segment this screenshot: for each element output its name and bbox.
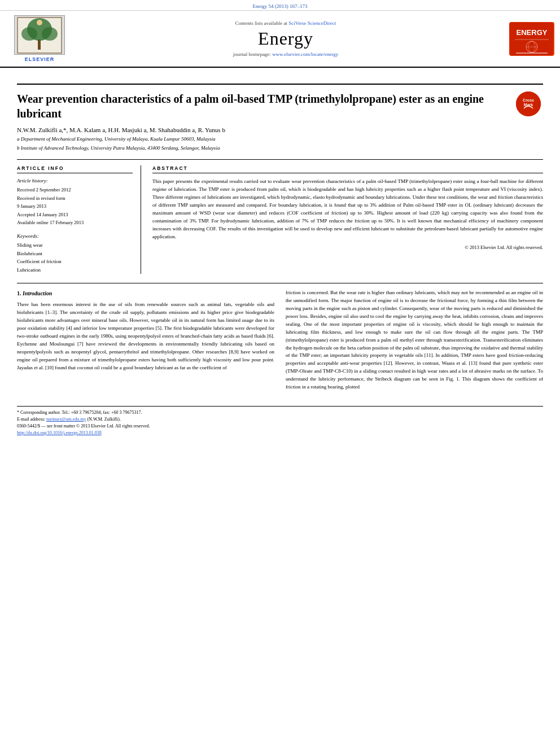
- intro-left-col: 1. Introduction There has been enormous …: [17, 289, 274, 395]
- journal-center-info: Contents lists available at SciVerse Sci…: [73, 20, 498, 57]
- intro-left-para: There has been enormous interest in the …: [17, 301, 274, 372]
- article-title-section: Wear prevention characteristics of a pal…: [17, 84, 543, 121]
- keyword-4: Lubrication: [17, 266, 133, 274]
- article-title: Wear prevention characteristics of a pal…: [17, 91, 509, 121]
- svg-point-5: [37, 20, 42, 25]
- footer: * Corresponding author. Tel.: +60 3 7967…: [17, 406, 543, 435]
- issn-line: 0360-5442/$ — see front matter © 2013 El…: [17, 423, 543, 429]
- doi-line: http://dx.doi.org/10.1016/j.energy.2013.…: [17, 430, 543, 435]
- abstract-label: ABSTRACT: [152, 165, 543, 173]
- body-content: 1. Introduction There has been enormous …: [17, 283, 543, 395]
- history-label: Article history:: [17, 178, 133, 184]
- svg-text:ENERGY: ENERGY: [517, 28, 548, 37]
- keyword-1: Sliding wear: [17, 241, 133, 249]
- intro-heading: 1. Introduction: [17, 289, 274, 298]
- corresponding-author: * Corresponding author. Tel.: +60 3 7967…: [17, 410, 543, 415]
- journal-name: Energy: [73, 28, 498, 49]
- energy-logo-area: ENERGY: [498, 22, 554, 56]
- elsevier-logo-area: ELSEVIER: [6, 15, 73, 62]
- doi-link[interactable]: http://dx.doi.org/10.1016/j.energy.2013.…: [17, 430, 102, 435]
- keywords-block: Keywords: Sliding wear Biolubricant Coef…: [17, 233, 133, 274]
- affiliation-b: b Institute of Advanced Technology, Univ…: [17, 145, 543, 152]
- journal-homepage: journal homepage: www.elsevier.com/locat…: [73, 51, 498, 57]
- email-line: E-mail address: nurinurz@um.edu.my (N.W.…: [17, 417, 543, 422]
- article-info-column: ARTICLE INFO Article history: Received 2…: [17, 165, 141, 274]
- elsevier-label: ELSEVIER: [25, 56, 55, 62]
- affiliation-a: a Department of Mechanical Engineering, …: [17, 136, 543, 143]
- available-online: Available online 17 February 2013: [17, 219, 133, 226]
- abstract-text: This paper presents the experimental res…: [152, 178, 543, 241]
- sciverse-line: Contents lists available at SciVerse Sci…: [73, 20, 498, 26]
- received-revised-date: 9 January 2013: [17, 202, 133, 210]
- homepage-link[interactable]: www.elsevier.com/locate/energy: [272, 51, 338, 57]
- crossmark-badge: Cross Mark: [516, 91, 543, 119]
- keyword-2: Biolubricant: [17, 250, 133, 257]
- svg-point-3: [21, 27, 37, 41]
- energy-logo: ENERGY: [509, 22, 554, 56]
- accepted: Accepted 14 January 2013: [17, 211, 133, 219]
- article-title-area: Wear prevention characteristics of a pal…: [17, 91, 509, 121]
- svg-rect-7: [510, 23, 553, 55]
- keywords-label: Keywords:: [17, 233, 133, 239]
- abstract-column: ABSTRACT This paper presents the experim…: [152, 165, 543, 274]
- intro-right-col: friction is concerned. But the wear rate…: [286, 289, 543, 395]
- article-history: Article history: Received 2 September 20…: [17, 178, 133, 226]
- email-link[interactable]: nurinurz@um.edu.my: [46, 417, 86, 422]
- svg-text:Cross: Cross: [523, 98, 534, 102]
- intro-two-col: 1. Introduction There has been enormous …: [17, 289, 543, 395]
- received-revised: Received in revised form: [17, 194, 133, 202]
- keyword-3: Coefficient of friction: [17, 257, 133, 265]
- intro-right-para: friction is concerned. But the wear rate…: [286, 289, 543, 391]
- article-info-label: ARTICLE INFO: [17, 165, 133, 173]
- article-info-abstract-section: ARTICLE INFO Article history: Received 2…: [17, 159, 543, 274]
- copyright: © 2013 Elsevier Ltd. All rights reserved…: [152, 244, 543, 250]
- crossmark-icon: Cross Mark: [516, 91, 541, 116]
- journal-reference: Energy 54 (2013) 167–173: [0, 0, 560, 11]
- received-1: Received 2 September 2012: [17, 186, 133, 194]
- main-content: Wear prevention characteristics of a pal…: [0, 68, 560, 443]
- elsevier-logo-image: [14, 15, 65, 55]
- svg-rect-1: [38, 40, 41, 50]
- sciverse-link[interactable]: SciVerse ScienceDirect: [288, 20, 336, 26]
- authors: N.W.M. Zulkifli a,*, M.A. Kalam a, H.H. …: [17, 126, 543, 133]
- journal-header: ELSEVIER Contents lists available at Sci…: [0, 11, 560, 68]
- svg-point-4: [42, 27, 58, 41]
